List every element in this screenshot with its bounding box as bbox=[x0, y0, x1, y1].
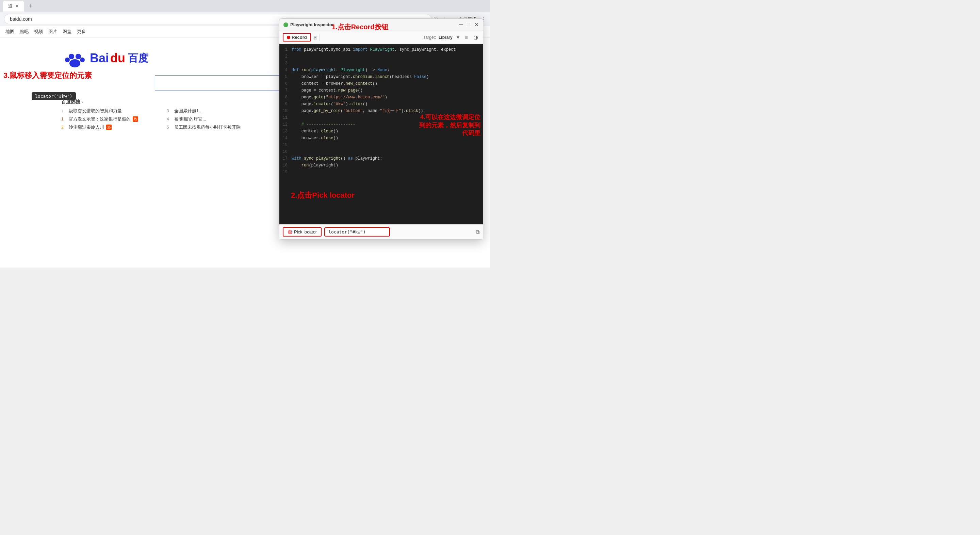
playwright-inspector-panel: Playwright Inspector ─ □ ✕ Record ⎘ Targ… bbox=[279, 18, 483, 240]
inspector-window-controls: ─ □ ✕ bbox=[459, 21, 479, 28]
maximize-button[interactable]: □ bbox=[467, 21, 470, 28]
nav-more[interactable]: 更多 bbox=[77, 29, 86, 35]
baidu-logo-chinese: 百度 bbox=[128, 51, 148, 65]
inspector-icon bbox=[283, 22, 288, 27]
hot-rank: 1 bbox=[61, 117, 67, 121]
pick-locator-icon: 🎯 bbox=[288, 230, 293, 234]
list-item[interactable]: 3 全国累计超1... bbox=[167, 108, 259, 114]
copy-code-icon[interactable]: ⎘ bbox=[314, 35, 317, 40]
code-line: 6 context = browser.new_context() bbox=[279, 81, 483, 88]
hot-item-text: 全国累计超1... bbox=[174, 108, 202, 114]
code-line: 19 bbox=[279, 169, 483, 176]
code-line: 12 # -------------------- bbox=[279, 121, 483, 128]
inspector-title: Playwright Inspector bbox=[283, 22, 334, 27]
svg-point-3 bbox=[80, 57, 85, 62]
record-button[interactable]: Record bbox=[283, 33, 311, 41]
pick-locator-bar: 🎯 Pick locator ⧉ bbox=[279, 224, 483, 239]
inspector-toolbar: Record ⎘ Target: Library ▾ ≡ ◑ bbox=[279, 31, 483, 44]
tab-title: 道 bbox=[8, 3, 13, 9]
hot-item-text: 沙尘翻过秦岭入川 bbox=[69, 124, 104, 131]
nav-map[interactable]: 地图 bbox=[5, 29, 14, 35]
theme-toggle-icon[interactable]: ◑ bbox=[472, 33, 479, 41]
code-line: 15 bbox=[279, 142, 483, 149]
record-label: Record bbox=[292, 35, 307, 40]
target-value: Library bbox=[439, 35, 453, 40]
code-line: 16 bbox=[279, 149, 483, 156]
list-item[interactable]: 5 员工因未按规范每小时打卡被开除 bbox=[167, 124, 259, 131]
hot-item-text: 官方发文示警：这家银行是假的 bbox=[69, 116, 130, 122]
hot-search-items: ↓ 汲取奋发进取的智慧和力量 3 全国累计超1... 1 官方发文示警：这家银行… bbox=[61, 108, 259, 131]
svg-point-0 bbox=[69, 54, 74, 59]
baidu-logo: Bai du 百度 bbox=[61, 48, 148, 68]
list-item[interactable]: 1 官方发文示警：这家银行是假的 热 bbox=[61, 116, 153, 122]
locator-tooltip: locator("#kw") bbox=[32, 92, 76, 100]
hot-search-arrow: › bbox=[82, 100, 83, 104]
minimize-button[interactable]: ─ bbox=[459, 21, 463, 28]
tab-close-button[interactable]: ✕ bbox=[15, 4, 19, 8]
code-line: 18 run(playwright) bbox=[279, 162, 483, 169]
list-view-icon[interactable]: ≡ bbox=[463, 34, 469, 41]
code-line: 11 bbox=[279, 115, 483, 121]
baidu-logo-blue: Bai bbox=[90, 51, 109, 65]
baidu-logo-red: du bbox=[110, 51, 125, 65]
hot-rank: 5 bbox=[167, 125, 172, 130]
svg-point-2 bbox=[65, 57, 70, 62]
code-line: 9 page.locator("#kw").click() bbox=[279, 101, 483, 108]
toolbar-separator bbox=[319, 34, 320, 41]
record-dot-icon bbox=[287, 36, 290, 39]
code-line: 2 bbox=[279, 53, 483, 60]
copy-locator-button[interactable]: ⧉ bbox=[476, 229, 479, 235]
code-line: 13 context.close() bbox=[279, 128, 483, 135]
new-tab-button[interactable]: + bbox=[25, 2, 35, 11]
hot-item-text: 员工因未按规范每小时打卡被开除 bbox=[174, 124, 240, 131]
code-editor: 1 from playwright.sync_api import Playwr… bbox=[279, 44, 483, 224]
pick-locator-label: Pick locator bbox=[294, 229, 317, 234]
tab-bar: 道 ✕ + bbox=[0, 0, 490, 12]
nav-image[interactable]: 图片 bbox=[48, 29, 57, 35]
list-item[interactable]: ↓ 汲取奋发进取的智慧和力量 bbox=[61, 108, 153, 114]
target-label: Target: bbox=[423, 35, 436, 40]
code-line: 10 page.get_by_role("button", name="百度一下… bbox=[279, 108, 483, 115]
pick-locator-button[interactable]: 🎯 Pick locator bbox=[283, 227, 321, 237]
hot-rank: ↓ bbox=[61, 108, 67, 113]
target-dropdown-icon[interactable]: ▾ bbox=[455, 33, 461, 41]
active-tab[interactable]: 道 ✕ bbox=[3, 1, 24, 11]
code-line: 4 def run(playwright: Playwright) -> Non… bbox=[279, 67, 483, 74]
nav-netdisk[interactable]: 网盘 bbox=[63, 29, 72, 35]
svg-point-4 bbox=[69, 59, 80, 67]
locator-input[interactable] bbox=[324, 227, 390, 237]
close-button[interactable]: ✕ bbox=[474, 21, 479, 28]
hot-rank: 3 bbox=[167, 108, 172, 113]
nav-tieba[interactable]: 贴吧 bbox=[20, 29, 29, 35]
code-line: 8 page.goto("https://www.baidu.com/") bbox=[279, 94, 483, 101]
hot-item-text: 汲取奋发进取的智慧和力量 bbox=[69, 108, 122, 114]
code-line: 1 from playwright.sync_api import Playwr… bbox=[279, 47, 483, 53]
svg-point-1 bbox=[76, 54, 81, 59]
inspector-titlebar: Playwright Inspector ─ □ ✕ bbox=[279, 19, 483, 31]
code-line: 5 browser = playwright.chromium.launch(h… bbox=[279, 74, 483, 81]
hot-rank: 2 bbox=[61, 125, 67, 130]
hot-tag: 热 bbox=[133, 116, 138, 122]
baidu-paw-icon bbox=[61, 48, 89, 68]
code-lines: 1 from playwright.sync_api import Playwr… bbox=[279, 44, 483, 179]
code-line: 14 browser.close() bbox=[279, 135, 483, 142]
list-item[interactable]: 2 沙尘翻过秦岭入川 热 bbox=[61, 124, 153, 131]
hot-item-text: 被'驯服'的厅官... bbox=[174, 116, 206, 122]
hot-tag: 热 bbox=[106, 124, 111, 130]
nav-video[interactable]: 视频 bbox=[34, 29, 43, 35]
code-line: 3 bbox=[279, 60, 483, 67]
list-item[interactable]: 4 被'驯服'的厅官... bbox=[167, 116, 259, 122]
code-line: 7 page = context.new_page() bbox=[279, 88, 483, 94]
code-line: 17 with sync_playwright() as playwright: bbox=[279, 156, 483, 162]
hot-rank: 4 bbox=[167, 117, 172, 121]
